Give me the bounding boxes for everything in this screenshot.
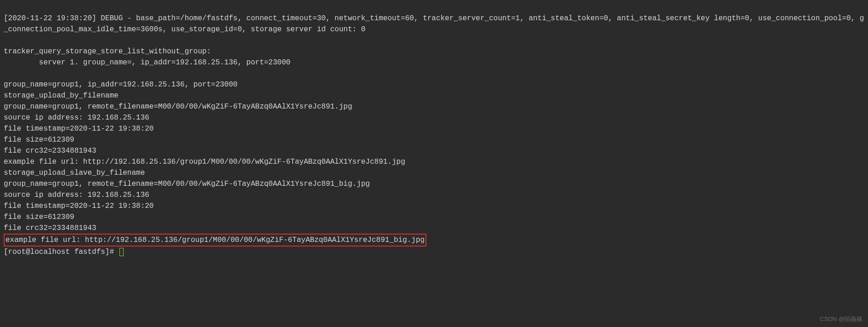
terminal-output[interactable]: [2020-11-22 19:38:20] DEBUG - base_path=… [4,2,864,258]
log-line: file crc32=2334881943 [4,147,96,155]
log-line: group_name=group1, ip_addr=192.168.25.13… [4,80,238,89]
log-line: file crc32=2334881943 [4,224,96,232]
watermark: CSDN @陌殇殇 [820,315,862,324]
highlighted-url-line: example file url: http://192.168.25.136/… [4,234,426,247]
log-line: group_name=group1, remote_filename=M00/0… [4,180,370,188]
log-line: source ip address: 192.168.25.136 [4,114,149,122]
log-line: file size=612309 [4,136,74,144]
log-line: source ip address: 192.168.25.136 [4,191,149,199]
log-line: server 1. group_name=, ip_addr=192.168.2… [4,58,290,67]
log-line: file timestamp=2020-11-22 19:38:20 [4,202,153,210]
cursor-icon [119,248,124,256]
log-line: [2020-11-22 19:38:20] DEBUG - base_path=… [4,14,864,34]
prompt-line[interactable]: [root@localhost fastdfs]# [4,247,864,258]
log-line: storage_upload_by_filename [4,92,119,100]
log-line: storage_upload_slave_by_filename [4,169,145,177]
log-line: tracker_query_storage_store_list_without… [4,47,216,56]
prompt-text: [root@localhost fastdfs]# [4,247,119,258]
log-line: file timestamp=2020-11-22 19:38:20 [4,125,153,133]
log-line: example file url: http://192.168.25.136/… [4,158,405,166]
log-line: file size=612309 [4,213,74,221]
log-line: group_name=group1, remote_filename=M00/0… [4,103,352,111]
